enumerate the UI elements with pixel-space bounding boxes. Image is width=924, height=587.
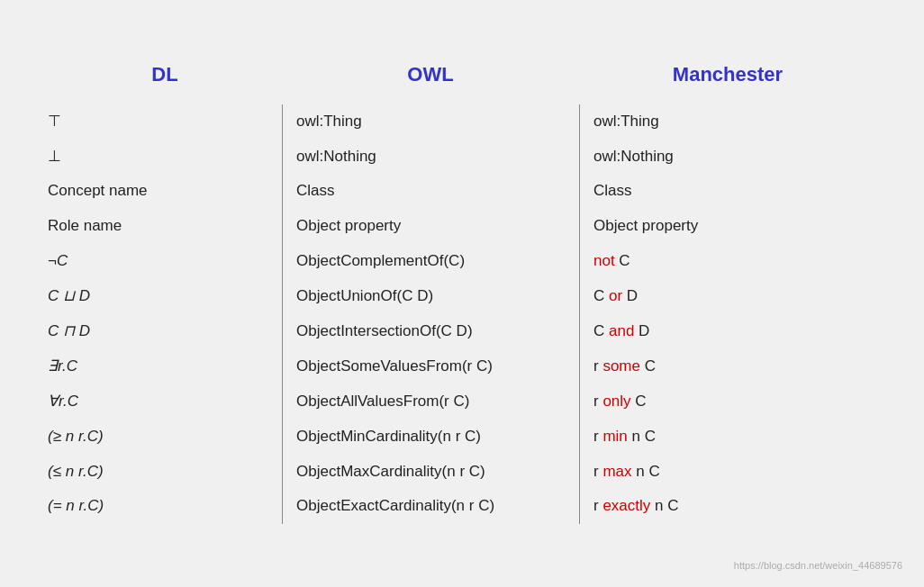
header-row: DL OWL Manchester (48, 63, 876, 86)
table-row: C or D (593, 279, 876, 314)
watermark: https://blog.csdn.net/weixin_44689576 (734, 560, 902, 571)
table-row: r max n C (593, 455, 876, 490)
table-row: Class (296, 174, 579, 209)
main-container: DL OWL Manchester ⊤⊥Concept nameRole nam… (21, 45, 903, 543)
table-row: r some C (593, 349, 876, 384)
table-row: Concept name (48, 174, 282, 209)
table-row: ∃r.C (48, 349, 282, 384)
table-row: C and D (593, 314, 876, 349)
table-row: r min n C (593, 420, 876, 455)
table-row: r only C (593, 384, 876, 420)
table-row: owl:Nothing (296, 140, 579, 175)
table-row: ObjectComplementOf(C) (296, 244, 579, 279)
table-row: ObjectIntersectionOf(C D) (296, 314, 579, 349)
table-row: owl:Thing (296, 104, 579, 140)
table-row: ⊥ (48, 140, 282, 175)
header-manchester: Manchester (579, 63, 876, 86)
table-row: owl:Thing (593, 104, 876, 140)
table-area: ⊤⊥Concept nameRole name¬CC ⊔ DC ⊓ D∃r.C∀… (48, 104, 876, 525)
table-row: ObjectSomeValuesFrom(r C) (296, 349, 579, 384)
table-row: r exactly n C (593, 489, 876, 524)
table-row: ObjectMaxCardinality(n r C) (296, 455, 579, 490)
table-row: ⊤ (48, 104, 282, 140)
table-row: ObjectMinCardinality(n r C) (296, 420, 579, 455)
table-row: (≥ n r.C) (48, 420, 282, 455)
table-row: not C (593, 244, 876, 279)
col-manchester: owl:Thingowl:NothingClassObject property… (579, 104, 876, 525)
table-row: C ⊓ D (48, 314, 282, 349)
table-row: C ⊔ D (48, 279, 282, 314)
table-row: (≤ n r.C) (48, 455, 282, 490)
page-wrapper: DL OWL Manchester ⊤⊥Concept nameRole nam… (0, 0, 924, 587)
table-row: Object property (296, 209, 579, 244)
table-row: Class (593, 174, 876, 209)
table-row: ∀r.C (48, 384, 282, 420)
header-dl: DL (48, 63, 282, 86)
table-row: Role name (48, 209, 282, 244)
col-dl: ⊤⊥Concept nameRole name¬CC ⊔ DC ⊓ D∃r.C∀… (48, 104, 282, 525)
table-row: ObjectUnionOf(C D) (296, 279, 579, 314)
table-row: ObjectAllValuesFrom(r C) (296, 384, 579, 420)
table-row: ¬C (48, 244, 282, 279)
col-owl: owl:Thingowl:NothingClassObject property… (282, 104, 579, 525)
table-row: Object property (593, 209, 876, 244)
table-row: ObjectExactCardinality(n r C) (296, 489, 579, 524)
header-owl: OWL (282, 63, 579, 86)
table-row: (= n r.C) (48, 489, 282, 524)
table-row: owl:Nothing (593, 140, 876, 175)
